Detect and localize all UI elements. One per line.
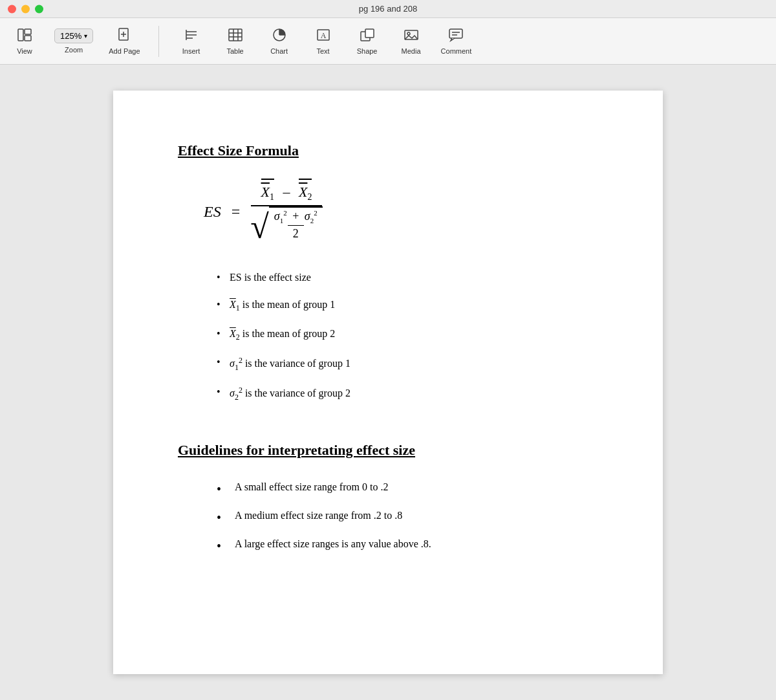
insert-label: Insert — [182, 47, 200, 55]
view-icon — [17, 28, 32, 45]
insert-icon — [184, 28, 199, 45]
content-area: Effect Size Formula ES = X1 — [0, 65, 776, 700]
titlebar: pg 196 and 208 — [0, 0, 776, 18]
document-page: Effect Size Formula ES = X1 — [113, 91, 663, 674]
text-label: Text — [316, 47, 329, 55]
guidelines-title: Guidelines for interpretating effect siz… — [178, 442, 598, 459]
effect-size-bullets: ES is the effect size X1 is the mean of … — [217, 270, 598, 402]
guideline-small: A small effect size range from 0 to .2 — [217, 479, 598, 495]
comment-label: Comment — [441, 47, 472, 55]
toolbar-add-page[interactable]: Add Page — [109, 28, 140, 55]
chart-icon — [272, 28, 287, 45]
effect-size-title: Effect Size Formula — [178, 142, 598, 159]
es-label: ES — [204, 203, 221, 221]
sqrt-symbol: √ — [250, 210, 269, 244]
maximize-button[interactable] — [35, 5, 43, 13]
formula-display: ES = X1 – X2 — [204, 180, 598, 244]
chart-label: Chart — [270, 47, 288, 55]
main-fraction: X1 – X2 √ — [250, 180, 322, 244]
media-icon — [404, 28, 419, 45]
table-icon — [228, 28, 243, 45]
denominator: √ σ12 + σ22 2 — [250, 210, 322, 244]
window-title: pg 196 and 208 — [359, 4, 417, 14]
numerator: X1 – X2 — [251, 180, 323, 206]
close-button[interactable] — [8, 5, 16, 13]
guidelines-section: Guidelines for interpretating effect siz… — [178, 442, 598, 552]
bullet-x2: X2 is the mean of group 2 — [217, 326, 598, 343]
effect-size-section: Effect Size Formula ES = X1 — [178, 142, 598, 403]
minimize-button[interactable] — [21, 5, 30, 13]
toolbar-view[interactable]: View — [10, 28, 39, 55]
bullet-es: ES is the effect size — [217, 270, 598, 285]
svg-rect-24 — [449, 29, 462, 38]
svg-point-23 — [407, 32, 410, 35]
toolbar-insert[interactable]: Insert — [177, 28, 206, 55]
guideline-medium: A medium effect size range from .2 to .8 — [217, 508, 598, 523]
bullet-sigma2: σ22 is the variance of group 2 — [217, 384, 598, 403]
shape-label: Shape — [357, 47, 378, 55]
bullet-sigma1: σ12 is the variance of group 1 — [217, 355, 598, 373]
table-label: Table — [226, 47, 243, 55]
zoom-chevron: ▾ — [84, 32, 87, 39]
media-label: Media — [402, 47, 421, 55]
toolbar-media[interactable]: Media — [397, 28, 426, 55]
svg-rect-10 — [229, 29, 242, 41]
svg-rect-2 — [25, 36, 31, 41]
equals-sign: = — [232, 203, 241, 221]
text-icon: A — [316, 28, 331, 45]
svg-rect-21 — [365, 29, 374, 38]
inner-denominator: 2 — [288, 225, 304, 241]
zoom-value: 125% — [60, 31, 81, 41]
inner-fraction: σ12 + σ22 2 — [269, 206, 323, 241]
bullet-x1: X1 is the mean of group 1 — [217, 297, 598, 314]
inner-numerator: σ12 + σ22 — [269, 209, 323, 226]
toolbar-table[interactable]: Table — [221, 28, 250, 55]
toolbar-text[interactable]: A Text — [309, 28, 338, 55]
guidelines-bullets: A small effect size range from 0 to .2 A… — [217, 479, 598, 552]
comment-icon — [448, 28, 464, 45]
zoom-label: Zoom — [65, 46, 83, 54]
x-bar-2: X2 — [299, 180, 312, 202]
svg-rect-1 — [25, 29, 31, 34]
svg-rect-0 — [18, 29, 23, 41]
traffic-lights — [8, 5, 43, 13]
toolbar-chart[interactable]: Chart — [265, 28, 294, 55]
toolbar-zoom[interactable]: 125% ▾ Zoom — [54, 28, 93, 54]
view-label: View — [17, 47, 32, 55]
shape-icon — [360, 28, 375, 45]
add-page-label: Add Page — [109, 47, 140, 55]
toolbar: View 125% ▾ Zoom Add Page — [0, 18, 776, 65]
formula-block: ES = X1 – X2 — [204, 180, 598, 244]
guideline-large: A large effect size ranges is any value … — [217, 536, 598, 552]
toolbar-comment[interactable]: Comment — [441, 28, 472, 55]
toolbar-shape[interactable]: Shape — [353, 28, 382, 55]
zoom-button[interactable]: 125% ▾ — [54, 28, 93, 43]
x-bar-1: X1 — [261, 180, 274, 202]
svg-text:A: A — [320, 31, 326, 40]
divider-1 — [158, 26, 159, 57]
add-page-icon — [116, 28, 132, 45]
